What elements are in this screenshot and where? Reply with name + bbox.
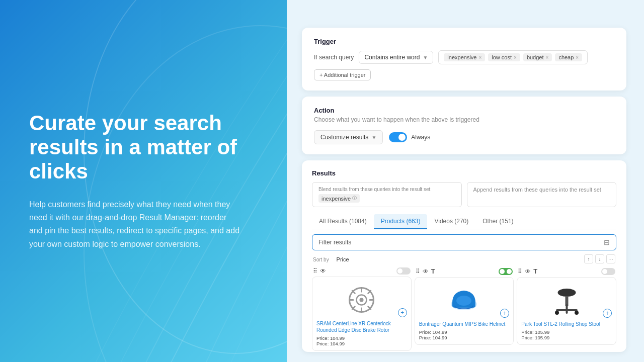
dropdown-arrow-icon: ▼: [423, 55, 428, 60]
trigger-tags-container: inexpensive × low cost × budget × cheap …: [438, 50, 588, 64]
results-card: Results Blend results from these queries…: [302, 160, 626, 352]
blend-tag-info-icon: ⓘ: [352, 195, 357, 202]
pin-toggle-3[interactable]: [601, 268, 615, 275]
trigger-card: Trigger If search query Contains entire …: [302, 28, 626, 90]
filter-bar[interactable]: Filter results ⊟: [312, 234, 616, 250]
tag-cheap[interactable]: cheap ×: [555, 53, 582, 61]
product-card-2: + Bontrager Quantum MIPS Bike Helmet Pri…: [415, 277, 514, 345]
product-2-controls: ⠿ 👁 T: [415, 267, 514, 275]
drag-icon[interactable]: ⠿: [416, 268, 420, 275]
page-description: Help customers find precisely what they …: [29, 198, 240, 251]
product-1-controls: ⠿ 👁: [312, 267, 412, 275]
tab-videos[interactable]: Videos (270): [427, 214, 475, 229]
sort-value: Price: [337, 256, 349, 262]
tab-all-results[interactable]: All Results (1084): [312, 214, 374, 229]
trigger-dropdown[interactable]: Contains entire word ▼: [359, 51, 433, 64]
always-toggle[interactable]: [389, 132, 407, 142]
eye-icon[interactable]: 👁: [423, 268, 429, 275]
tag-budget[interactable]: budget ×: [523, 53, 552, 61]
tabs-row: All Results (1084) Products (663) Videos…: [312, 214, 616, 229]
blend-left-box: Blend results from these queries into th…: [312, 182, 462, 207]
left-panel: Curate your search results in a matter o…: [0, 0, 287, 362]
product-2-name: Bontrager Quantum MIPS Bike Helmet: [419, 321, 510, 327]
eye-icon[interactable]: 👁: [525, 268, 531, 275]
tag-remove-icon[interactable]: ×: [576, 55, 579, 60]
action-card-subtitle: Choose what you want to happen when the …: [314, 116, 614, 123]
product-1-price: Price: 104.99Price: 104.99: [316, 335, 407, 346]
drag-icon[interactable]: ⠿: [518, 268, 522, 275]
tab-products[interactable]: Products (663): [374, 214, 428, 229]
svg-point-9: [555, 311, 559, 315]
tag-inexpensive[interactable]: inexpensive ×: [444, 53, 485, 61]
pin-toggle-1[interactable]: [396, 267, 411, 275]
blend-tag-inexpensive[interactable]: inexpensive ⓘ: [318, 194, 360, 203]
product-image-2: +: [419, 283, 510, 318]
tag-low-cost[interactable]: low cost ×: [488, 53, 520, 61]
product-image-3: +: [521, 283, 612, 318]
product-col-3: ⠿ 👁 T: [517, 267, 616, 351]
product-col-2: ⠿ 👁 T: [415, 267, 514, 351]
text-icon[interactable]: T: [431, 267, 435, 275]
product-card-1: + SRAM CenterLine XR Centerlock Rounded …: [312, 277, 412, 351]
product-3-price: Price: 105.99Price: 105.99: [521, 329, 612, 340]
svg-point-4: [456, 296, 471, 306]
product-image-1: +: [316, 282, 407, 317]
results-card-title: Results: [312, 169, 616, 177]
dropdown-arrow-icon: ▼: [371, 135, 376, 140]
product-3-name: Park Tool STL-2 Rolling Shop Stool: [521, 321, 612, 327]
sort-up-button[interactable]: ↑: [584, 254, 593, 263]
tab-other[interactable]: Other (151): [475, 214, 520, 229]
svg-point-10: [575, 311, 579, 315]
action-card: Action Choose what you want to happen wh…: [302, 97, 626, 154]
toggle-container: Always: [389, 132, 430, 142]
sort-by-label: Sort by: [313, 257, 329, 262]
trigger-card-title: Trigger: [314, 38, 614, 45]
product-col-1: ⠿ 👁: [312, 267, 412, 351]
product-3-controls: ⠿ 👁 T: [517, 267, 616, 275]
add-trigger-button[interactable]: + Additional trigger: [314, 69, 371, 80]
pin-toggle-2[interactable]: [499, 268, 513, 275]
drag-icon[interactable]: ⠿: [313, 267, 317, 275]
right-panel: Trigger If search query Contains entire …: [287, 0, 644, 362]
svg-point-5: [557, 289, 576, 297]
eye-icon[interactable]: 👁: [320, 267, 326, 275]
tag-remove-icon[interactable]: ×: [546, 55, 549, 60]
add-product-1-button[interactable]: +: [398, 308, 407, 317]
text-icon[interactable]: T: [533, 267, 537, 275]
tag-remove-icon[interactable]: ×: [478, 55, 481, 60]
svg-point-2: [360, 298, 364, 302]
add-product-3-button[interactable]: +: [603, 309, 612, 318]
action-card-title: Action: [314, 107, 614, 114]
sort-row: Sort by Price ↑ ↓ ⋯: [312, 254, 616, 263]
page-title: Curate your search results in a matter o…: [29, 111, 258, 184]
action-dropdown[interactable]: Customize results ▼: [314, 130, 383, 144]
sort-down-button[interactable]: ↓: [595, 254, 604, 263]
sort-more-button[interactable]: ⋯: [606, 254, 615, 263]
tag-remove-icon[interactable]: ×: [514, 55, 517, 60]
blend-right-box: Append results from these queries into t…: [467, 182, 617, 207]
filter-icon: ⊟: [604, 238, 610, 246]
trigger-if-label: If search query: [314, 54, 354, 61]
product-1-name: SRAM CenterLine XR Centerlock Rounded Ed…: [316, 320, 407, 333]
product-2-price: Price: 104.99Price: 104.99: [419, 329, 510, 340]
filter-label: Filter results: [318, 239, 351, 246]
product-card-3: + Park Tool STL-2 Rolling Shop Stool Pri…: [517, 277, 616, 345]
product-grid: ⠿ 👁: [312, 267, 616, 351]
add-product-2-button[interactable]: +: [500, 309, 509, 318]
toggle-label: Always: [411, 134, 430, 141]
sort-controls: ↑ ↓ ⋯: [584, 254, 615, 263]
